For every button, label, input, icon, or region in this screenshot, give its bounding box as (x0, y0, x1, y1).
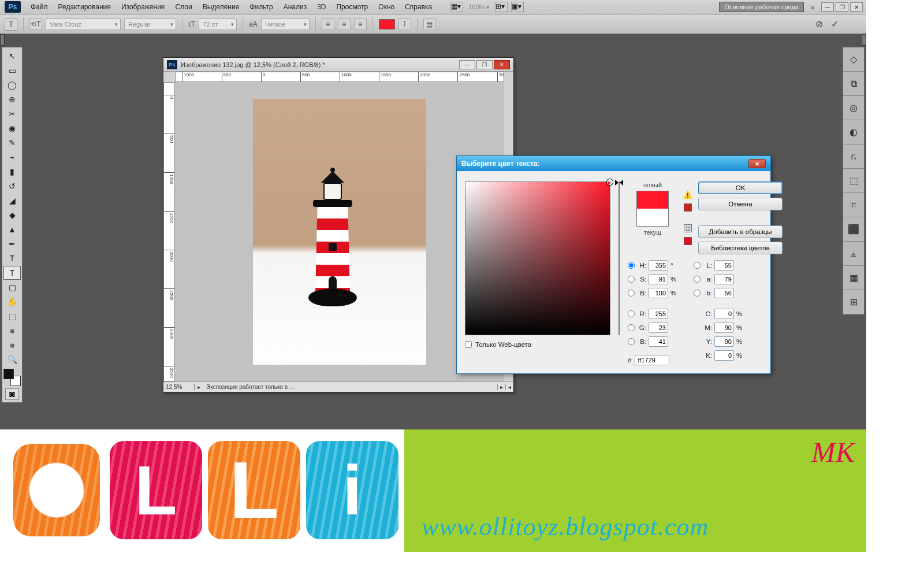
panel-icon-1[interactable]: ⧉ (843, 72, 864, 96)
panel-icon-4[interactable]: ⎌ (843, 144, 864, 169)
value-h[interactable] (649, 260, 668, 271)
doc-titlebar[interactable]: Ps Изображение 132.jpg @ 12,5% (Слой 2, … (163, 58, 513, 72)
panel-icon-6[interactable]: ⌗ (843, 193, 864, 217)
workspace-button[interactable]: Основная рабочая среда (719, 2, 804, 12)
cancel-button[interactable]: Отмена (698, 198, 783, 210)
hue-slider[interactable] (619, 181, 620, 335)
gamut-swatch[interactable] (684, 203, 692, 212)
value-bv[interactable] (649, 288, 668, 298)
text-orientation-icon[interactable]: ⟲T (29, 18, 42, 30)
color-field[interactable] (465, 181, 610, 335)
right-dock-tab[interactable] (862, 34, 866, 46)
panel-icon-10[interactable]: ⊞ (843, 290, 864, 314)
font-size-dropdown[interactable]: 72 пт (199, 18, 237, 30)
radio-a[interactable] (694, 276, 701, 283)
left-dock-tab[interactable] (0, 34, 5, 46)
panel-icon-8[interactable]: ⟁ (843, 242, 864, 266)
tool-3d-camera[interactable]: ⎈ (3, 324, 21, 338)
web-only-checkbox[interactable] (465, 341, 472, 348)
menu-help[interactable]: Справка (400, 3, 437, 11)
menu-file[interactable]: Файл (25, 3, 53, 11)
value-c[interactable] (714, 309, 734, 319)
color-wells[interactable] (3, 369, 21, 386)
doc-zoom-value[interactable]: 12,5% (163, 384, 195, 390)
doc-close-button[interactable]: ✕ (494, 60, 510, 69)
value-g[interactable] (649, 323, 668, 333)
doc-max-button[interactable]: ❐ (476, 60, 493, 69)
panel-icon-5[interactable]: ⬚ (843, 169, 864, 193)
radio-s[interactable] (628, 276, 635, 283)
radio-b[interactable] (628, 338, 635, 345)
value-b[interactable] (649, 336, 668, 347)
warp-text-icon[interactable]: ⌇ (398, 18, 411, 30)
add-swatch-button[interactable]: Добавить в образцы (698, 225, 783, 238)
cancel-edit-icon[interactable]: ⊘ (813, 18, 825, 29)
align-left-icon[interactable]: ≡ (322, 18, 334, 30)
doc-min-button[interactable]: — (459, 60, 475, 69)
picker-close-button[interactable]: ✕ (748, 159, 766, 168)
value-y[interactable] (714, 336, 734, 347)
tool-move[interactable]: ↖ (3, 49, 21, 63)
menu-select[interactable]: Выделение (198, 3, 245, 11)
text-color-swatch[interactable] (379, 19, 395, 29)
panel-icon-9[interactable]: ▦ (843, 266, 864, 290)
tool-zoom[interactable]: 🔍 (3, 353, 21, 366)
menu-window[interactable]: Окно (373, 3, 400, 11)
menu-3d[interactable]: 3D (312, 3, 331, 11)
tool-wand[interactable]: ⊕ (3, 92, 21, 106)
align-center-icon[interactable]: ≡ (338, 18, 351, 30)
foreground-color-well[interactable] (3, 369, 14, 379)
antialias-dropdown[interactable]: Четкое (261, 18, 310, 30)
quick-mask-icon[interactable]: ◙ (5, 388, 19, 400)
panel-icon-7[interactable]: ⬛ (843, 217, 864, 242)
tool-path-select[interactable]: ▢ (3, 280, 21, 294)
min-button[interactable]: — (821, 2, 834, 12)
gamut-warning-icon[interactable]: ! (683, 190, 692, 199)
screen-mode-icon[interactable]: ▣▾ (511, 2, 524, 12)
value-k[interactable] (714, 350, 734, 361)
panel-icon-0[interactable]: ◇ (843, 47, 864, 72)
tool-heal[interactable]: ✎ (3, 136, 21, 150)
menu-image[interactable]: Изображение (116, 3, 170, 11)
value-a[interactable] (714, 274, 734, 284)
menu-filter[interactable]: Фильтр (244, 3, 278, 11)
radio-r[interactable] (628, 310, 635, 317)
tool-lasso[interactable]: ◯ (3, 78, 21, 92)
close-button[interactable]: ✕ (850, 2, 863, 12)
menu-analysis[interactable]: Анализ (278, 3, 312, 11)
commit-edit-icon[interactable]: ✓ (829, 18, 841, 29)
color-libraries-button[interactable]: Библиотеки цветов (698, 242, 783, 254)
ok-button[interactable]: OK (698, 181, 783, 194)
value-r[interactable] (649, 309, 668, 319)
websafe-swatch[interactable] (684, 237, 692, 245)
value-l[interactable] (714, 260, 734, 271)
value-hex[interactable] (635, 355, 669, 365)
tool-shape[interactable]: ✋ (3, 295, 21, 309)
tool-history-brush[interactable]: ↺ (3, 179, 21, 193)
tool-stamp[interactable]: ▮ (3, 165, 21, 179)
tool-type[interactable]: T (3, 266, 21, 280)
tool-hand[interactable]: ⎈ (3, 338, 21, 352)
websafe-warning-icon[interactable]: ◫ (684, 224, 692, 232)
tool-marquee[interactable]: ▭ (3, 64, 21, 77)
canvas[interactable] (175, 82, 504, 381)
tool-blur[interactable]: ▲ (3, 223, 21, 236)
font-family-dropdown[interactable]: Vera Crouz (46, 18, 121, 30)
value-lb[interactable] (714, 288, 734, 298)
tool-eyedropper[interactable]: ◉ (3, 121, 21, 135)
font-style-dropdown[interactable]: Regular (124, 18, 176, 30)
tool-gradient[interactable]: ◆ (3, 208, 21, 222)
panel-icon-3[interactable]: ◐ (843, 120, 864, 144)
restore-button[interactable]: ❐ (836, 2, 848, 12)
radio-h[interactable] (628, 262, 635, 269)
radio-bv[interactable] (628, 290, 635, 297)
tool-dodge[interactable]: ✒ (3, 237, 21, 251)
launch-bridge-icon[interactable]: ▦▾ (450, 2, 463, 12)
zoom-level-dropdown[interactable]: 100% ▾ (465, 3, 493, 11)
menu-layer[interactable]: Слои (170, 3, 198, 11)
picker-titlebar[interactable]: Выберите цвет текста: ✕ (457, 156, 770, 171)
workspace-more-icon[interactable]: » (807, 3, 818, 12)
radio-l[interactable] (694, 262, 701, 269)
status-next-icon[interactable]: ▸ (497, 384, 505, 390)
arrange-docs-icon[interactable]: ⊞▾ (495, 2, 508, 12)
